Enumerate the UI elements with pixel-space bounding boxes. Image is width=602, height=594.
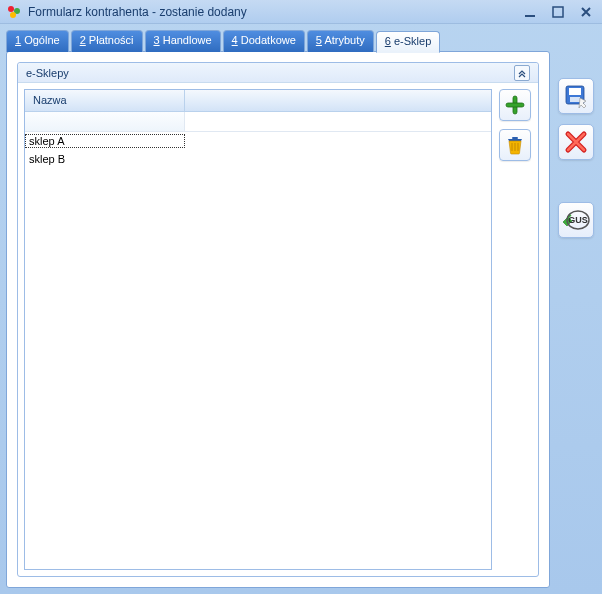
filter-row[interactable] — [25, 112, 491, 132]
svg-point-2 — [10, 12, 16, 18]
tab-atrybuty[interactable]: 5 Atrybuty — [307, 30, 374, 52]
svg-rect-9 — [569, 88, 581, 95]
cell-nazwa: sklep B — [25, 152, 185, 166]
add-button[interactable] — [499, 89, 531, 121]
tab-panel-esklep: e-Sklepy Nazwa — [6, 51, 550, 588]
esklepy-group-title: e-Sklepy — [26, 67, 514, 79]
tab-platnosci[interactable]: 2 Płatności — [71, 30, 143, 52]
save-button[interactable] — [558, 78, 594, 114]
svg-rect-6 — [506, 103, 524, 107]
maximize-button[interactable] — [548, 4, 568, 20]
svg-rect-3 — [525, 15, 535, 17]
filter-nazwa[interactable] — [25, 112, 185, 132]
table-row[interactable]: sklep B — [25, 150, 491, 168]
esklepy-table: Nazwa sklep A — [24, 89, 492, 570]
tab-esklep[interactable]: 6 e-Sklep — [376, 31, 440, 53]
collapse-button[interactable] — [514, 65, 530, 81]
esklepy-group: e-Sklepy Nazwa — [17, 62, 539, 577]
gus-button[interactable]: GUS — [558, 202, 594, 238]
svg-point-0 — [8, 6, 14, 12]
svg-rect-10 — [570, 97, 580, 102]
cancel-button[interactable] — [558, 124, 594, 160]
table-row[interactable]: sklep A — [25, 132, 491, 150]
tab-ogolne[interactable]: 1 Ogólne — [6, 30, 69, 52]
app-icon — [6, 4, 22, 20]
svg-rect-7 — [512, 137, 518, 139]
delete-button[interactable] — [499, 129, 531, 161]
tab-bar: 1 Ogólne 2 Płatności 3 Handlowe 4 Dodatk… — [6, 30, 596, 52]
window-title: Formularz kontrahenta - zostanie dodany — [28, 5, 520, 19]
column-spacer — [185, 90, 491, 112]
close-button[interactable] — [576, 4, 596, 20]
svg-rect-4 — [553, 7, 563, 17]
cell-nazwa: sklep A — [25, 134, 185, 148]
titlebar: Formularz kontrahenta - zostanie dodany — [0, 0, 602, 24]
gus-label: GUS — [568, 215, 588, 225]
column-nazwa[interactable]: Nazwa — [25, 90, 185, 112]
tab-handlowe[interactable]: 3 Handlowe — [145, 30, 221, 52]
tab-dodatkowe[interactable]: 4 Dodatkowe — [223, 30, 305, 52]
minimize-button[interactable] — [520, 4, 540, 20]
table-head: Nazwa — [25, 90, 491, 112]
table-body: sklep A sklep B — [25, 132, 491, 569]
